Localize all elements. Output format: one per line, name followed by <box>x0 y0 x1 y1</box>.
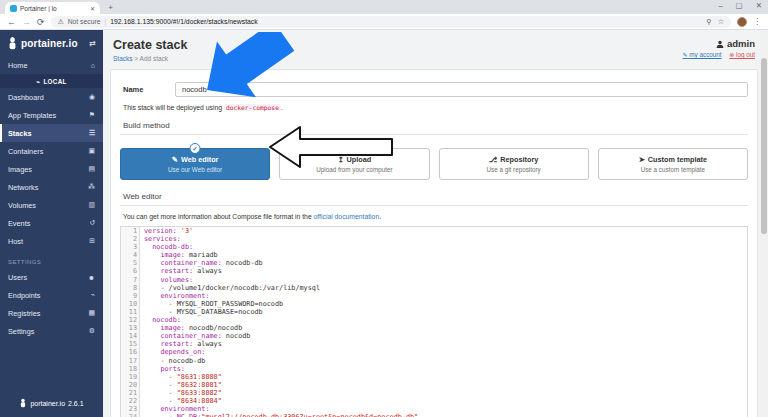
browser-menu-icon[interactable]: ⋮ <box>753 17 761 26</box>
sidebar-item-networks[interactable]: Networks⁂ <box>0 178 103 196</box>
line-number: 11 <box>121 308 140 316</box>
stack-name-input[interactable] <box>175 82 748 97</box>
page-scrollbar[interactable] <box>760 30 768 417</box>
app-templates-icon: ⚑ <box>89 111 95 119</box>
sidebar-item-label: Users <box>8 273 27 282</box>
window-maximize-icon[interactable]: ▢ <box>736 1 743 10</box>
sidebar-logo-row[interactable]: portainer.io ⇄ <box>0 30 103 56</box>
line-number: 1 <box>121 227 140 235</box>
sidebar-item-images[interactable]: Images▤ <box>0 160 103 178</box>
editor-line[interactable]: 20 - "8632:8081" <box>121 381 747 389</box>
sidebar-item-settings[interactable]: Settings⚙ <box>0 322 103 340</box>
editor-line[interactable]: 18 ports: <box>121 365 747 373</box>
editor-line[interactable]: 16 depends_on: <box>121 348 747 356</box>
editor-line[interactable]: 24 - NC_DB:"mysql2://nocodb-db:3306?u=ro… <box>121 413 747 417</box>
line-number: 16 <box>121 348 140 356</box>
editor-line[interactable]: 13 image: nocodb/nocodb <box>121 324 747 332</box>
line-number: 21 <box>121 389 140 397</box>
line-code: services: <box>140 235 181 243</box>
card-title: ✎Web editor <box>172 155 219 164</box>
build-method-custom-template[interactable]: ➤Custom templateUse a custom template <box>598 148 748 180</box>
browser-profile-avatar[interactable] <box>737 17 747 27</box>
users-icon: ☻ <box>88 274 95 281</box>
bookmark-star-icon[interactable]: ☆ <box>718 18 724 26</box>
editor-line[interactable]: 1version: '3' <box>121 227 747 235</box>
build-method-web-editor[interactable]: ✔✎Web editorUse our Web editor <box>120 148 270 180</box>
window-minimize-icon[interactable]: – <box>718 1 722 10</box>
line-code: - /volume1/docker/nocodb:/var/lib/mysql <box>140 284 320 292</box>
editor-line[interactable]: 5 container_name: nocodb-db <box>121 259 747 267</box>
my-account-link[interactable]: ✎ my account <box>683 51 722 58</box>
line-number: 10 <box>121 300 140 308</box>
official-documentation-link[interactable]: official documentation <box>314 213 380 220</box>
editor-line[interactable]: 14 container_name: nocodb <box>121 332 747 340</box>
editor-line[interactable]: 15 restart: always <box>121 340 747 348</box>
build-method-cards: ✔✎Web editorUse our Web editor↥UploadUpl… <box>120 148 748 180</box>
editor-line[interactable]: 8 - /volume1/docker/nocodb:/var/lib/mysq… <box>121 284 747 292</box>
editor-line[interactable]: 10 - MYSQL_ROOT_PASSWORD=nocodb <box>121 300 747 308</box>
upload-icon: ↥ <box>337 155 343 164</box>
docker-compose-badge: docker-compose <box>224 104 281 111</box>
compose-editor[interactable]: 1version: '3'2services:3 nocodb-db:4 ima… <box>120 226 748 417</box>
browser-tab[interactable]: Portainer | lo ✕ <box>5 2 100 14</box>
card-subtitle: Use a custom template <box>641 166 705 173</box>
browser-toolbar: ← → ⟳ ⚠ Not secure | 192.168.1.135:9000/… <box>0 14 768 30</box>
editor-line[interactable]: 12 nocodb: <box>121 316 747 324</box>
portainer-favicon-icon <box>10 5 17 12</box>
repository-icon: ⎇ <box>489 155 497 164</box>
refresh-icon[interactable]: ⟳ <box>37 17 45 27</box>
breadcrumb-stacks-link[interactable]: Stacks <box>113 55 133 62</box>
password-key-icon[interactable]: ⚲ <box>707 18 712 26</box>
editor-line[interactable]: 17 - nocodb-db <box>121 357 747 365</box>
host-icon: ⊞ <box>89 237 95 245</box>
editor-line[interactable]: 23 environment: <box>121 405 747 413</box>
tab-title: Portainer | lo <box>20 5 87 12</box>
sidebar-endpoint-header[interactable]: ⌁ LOCAL <box>0 74 103 88</box>
editor-line[interactable]: 7 volumes: <box>121 276 747 284</box>
back-icon[interactable]: ← <box>7 17 16 27</box>
sidebar-item-host[interactable]: Host⊞ <box>0 232 103 250</box>
forward-icon[interactable]: → <box>22 17 31 27</box>
build-method-upload[interactable]: ↥UploadUpload from your computer <box>279 148 429 180</box>
editor-line[interactable]: 6 restart: always <box>121 267 747 275</box>
create-stack-panel: Name This stack will be deployed using d… <box>110 69 758 417</box>
line-number: 18 <box>121 365 140 373</box>
line-code: environment: <box>140 292 209 300</box>
editor-line[interactable]: 9 environment: <box>121 292 747 300</box>
editor-info: You can get more information about Compo… <box>123 213 748 220</box>
address-bar[interactable]: ⚠ Not secure | 192.168.1.135:9000/#!/1/d… <box>51 16 731 28</box>
sidebar-collapse-icon[interactable]: ⇄ <box>89 39 96 48</box>
editor-line[interactable]: 2services: <box>121 235 747 243</box>
sidebar-item-label: Volumes <box>8 201 36 210</box>
footer-version: 2.6.1 <box>68 400 84 407</box>
tab-close-icon[interactable]: ✕ <box>90 5 95 12</box>
editor-line[interactable]: 21 - "8633:8082" <box>121 389 747 397</box>
line-code: container_name: nocodb <box>140 332 250 340</box>
editor-line[interactable]: 22 - "8634:8084" <box>121 397 747 405</box>
log-out-link[interactable]: ⊗ log out <box>729 51 755 58</box>
sidebar-item-app-templates[interactable]: App Templates⚑ <box>0 106 103 124</box>
sidebar-item-endpoints[interactable]: Endpoints⌁ <box>0 286 103 304</box>
window-close-icon[interactable]: ✕ <box>756 1 762 10</box>
dashboard-icon: ◉ <box>89 93 95 101</box>
sidebar-item-containers[interactable]: Containers▣ <box>0 142 103 160</box>
build-method-repository[interactable]: ⎇RepositoryUse a git repository <box>439 148 589 180</box>
editor-line[interactable]: 19 - "8631:8080" <box>121 373 747 381</box>
registries-icon: ▦ <box>88 309 95 317</box>
line-number: 7 <box>121 276 140 284</box>
new-tab-button[interactable]: + <box>106 3 115 12</box>
containers-icon: ▣ <box>88 147 95 155</box>
sidebar-item-stacks[interactable]: Stacks☰ <box>0 124 103 142</box>
editor-line[interactable]: 4 image: mariadb <box>121 251 747 259</box>
editor-line[interactable]: 11 - MYSQL_DATABASE=nocodb <box>121 308 747 316</box>
user-icon <box>716 40 724 48</box>
sidebar-item-registries[interactable]: Registries▦ <box>0 304 103 322</box>
sidebar-item-users[interactable]: Users☻ <box>0 268 103 286</box>
sidebar-item-dashboard[interactable]: Dashboard◉ <box>0 88 103 106</box>
sidebar-item-volumes[interactable]: Volumes▥ <box>0 196 103 214</box>
sidebar-item-home[interactable]: Home⌂ <box>0 56 103 74</box>
main-content: Create stack Stacks > Add stack admin ✎ … <box>103 30 768 417</box>
editor-line[interactable]: 3 nocodb-db: <box>121 243 747 251</box>
sidebar-item-events[interactable]: Events↺ <box>0 214 103 232</box>
scrollbar-thumb[interactable] <box>761 58 767 234</box>
